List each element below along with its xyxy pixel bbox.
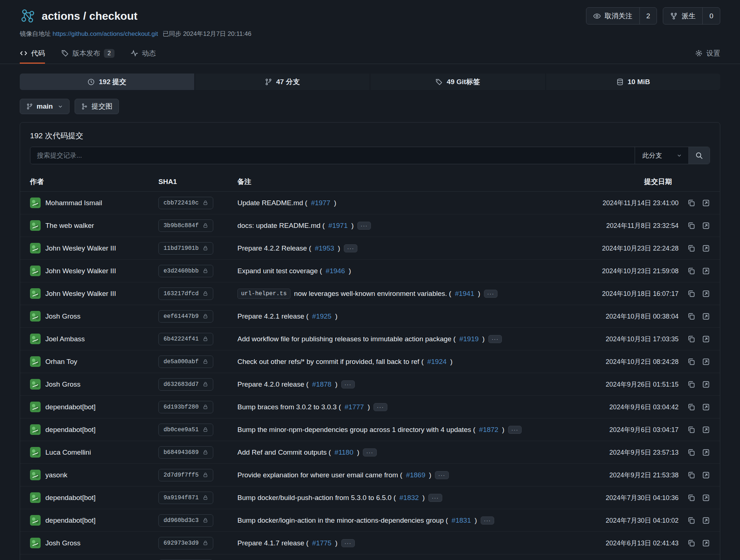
commit-sha-button[interactable]: 692973e3d9: [158, 537, 213, 549]
browse-source-button[interactable]: [702, 426, 710, 434]
copy-sha-button[interactable]: [687, 471, 695, 479]
copy-sha-button[interactable]: [687, 516, 695, 525]
pr-link[interactable]: #1831: [452, 516, 471, 525]
commit-sha-button[interactable]: 2d7d9f7ff5: [158, 469, 213, 481]
copy-sha-button[interactable]: [687, 267, 695, 275]
expand-commit-button[interactable]: ···: [363, 448, 377, 456]
pr-link[interactable]: #1872: [479, 426, 499, 434]
copy-sha-button[interactable]: [687, 335, 695, 343]
fork-count[interactable]: 0: [702, 8, 720, 24]
commit-sha-button[interactable]: de5a000abf: [158, 356, 213, 368]
copy-sha-button[interactable]: [687, 244, 695, 252]
expand-commit-button[interactable]: ···: [341, 539, 355, 547]
commit-sha-button[interactable]: 6d193bf280: [158, 401, 213, 413]
copy-sha-button[interactable]: [687, 539, 695, 547]
browse-source-button[interactable]: [702, 312, 710, 320]
expand-commit-button[interactable]: ···: [484, 290, 498, 298]
avatar[interactable]: [30, 379, 41, 390]
pr-link[interactable]: #1977: [311, 199, 330, 207]
fork-button[interactable]: 派生: [663, 8, 702, 24]
expand-commit-button[interactable]: ···: [373, 403, 387, 411]
expand-commit-button[interactable]: ···: [435, 471, 449, 479]
avatar[interactable]: [30, 266, 41, 276]
pr-link[interactable]: #1775: [312, 539, 331, 547]
author-name[interactable]: John Wesley Walker III: [45, 244, 116, 252]
browse-source-button[interactable]: [702, 539, 710, 547]
branch-selector[interactable]: main: [20, 99, 70, 114]
author-name[interactable]: Mohammad Ismail: [45, 199, 102, 207]
mirror-url-link[interactable]: https://github.com/actions/checkout.git: [53, 30, 158, 37]
author-name[interactable]: Josh Gross: [45, 380, 80, 388]
avatar[interactable]: [30, 402, 41, 412]
author-name[interactable]: Luca Comellini: [45, 448, 91, 456]
commit-sha-button[interactable]: cbb722410c: [158, 197, 213, 209]
stat-commits[interactable]: 192 提交: [20, 74, 194, 90]
browse-source-button[interactable]: [702, 222, 710, 230]
pr-link[interactable]: #1925: [312, 312, 331, 320]
copy-sha-button[interactable]: [687, 312, 695, 320]
watch-count[interactable]: 2: [639, 8, 657, 24]
avatar[interactable]: [30, 492, 41, 503]
commit-sha-button[interactable]: e3d2460bbb: [158, 265, 213, 277]
copy-sha-button[interactable]: [687, 222, 695, 230]
avatar[interactable]: [30, 220, 41, 231]
expand-commit-button[interactable]: ···: [357, 222, 371, 230]
commit-sha-button[interactable]: 6b42224f41: [158, 333, 213, 345]
avatar[interactable]: [30, 515, 41, 526]
branch-scope-select[interactable]: 此分支: [635, 147, 688, 164]
expand-commit-button[interactable]: ···: [481, 516, 495, 525]
browse-source-button[interactable]: [702, 335, 710, 343]
expand-commit-button[interactable]: ···: [344, 244, 358, 252]
pr-link[interactable]: #1919: [459, 335, 479, 343]
author-name[interactable]: dependabot[bot]: [45, 426, 95, 434]
browse-source-button[interactable]: [702, 494, 710, 502]
author-name[interactable]: dependabot[bot]: [45, 403, 95, 411]
expand-commit-button[interactable]: ···: [488, 335, 502, 343]
stat-size[interactable]: 10 MiB: [546, 74, 721, 90]
pr-link[interactable]: #1869: [406, 471, 425, 479]
browse-source-button[interactable]: [702, 516, 710, 525]
avatar[interactable]: [30, 424, 41, 435]
avatar[interactable]: [30, 288, 41, 299]
browse-source-button[interactable]: [702, 290, 710, 298]
expand-commit-button[interactable]: ···: [341, 380, 355, 388]
avatar[interactable]: [30, 470, 41, 480]
copy-sha-button[interactable]: [687, 290, 695, 298]
avatar[interactable]: [30, 311, 41, 322]
author-name[interactable]: dependabot[bot]: [45, 516, 95, 525]
author-name[interactable]: The web walker: [45, 222, 94, 230]
pr-link[interactable]: #1777: [345, 403, 364, 411]
commit-sha-button[interactable]: 11bd71901b: [158, 242, 213, 255]
unwatch-button[interactable]: 取消关注: [586, 8, 639, 24]
commit-search-input[interactable]: [30, 147, 635, 164]
avatar[interactable]: [30, 334, 41, 344]
avatar[interactable]: [30, 198, 41, 208]
tab-settings[interactable]: 设置: [695, 44, 720, 64]
browse-source-button[interactable]: [702, 471, 710, 479]
copy-sha-button[interactable]: [687, 494, 695, 502]
pr-link[interactable]: #1924: [427, 358, 447, 366]
avatar[interactable]: [30, 538, 41, 548]
copy-sha-button[interactable]: [687, 403, 695, 411]
author-name[interactable]: dependabot[bot]: [45, 494, 95, 502]
browse-source-button[interactable]: [702, 403, 710, 411]
author-name[interactable]: John Wesley Walker III: [45, 290, 116, 298]
copy-sha-button[interactable]: [687, 426, 695, 434]
browse-source-button[interactable]: [702, 244, 710, 252]
avatar[interactable]: [30, 243, 41, 253]
pr-link[interactable]: #1946: [326, 267, 345, 275]
author-name[interactable]: Joel Ambass: [45, 335, 85, 343]
commit-sha-button[interactable]: 163217dfcd: [158, 287, 213, 300]
expand-commit-button[interactable]: ···: [508, 426, 522, 434]
browse-source-button[interactable]: [702, 380, 710, 388]
stat-branches[interactable]: 47 分支: [195, 74, 370, 90]
expand-commit-button[interactable]: ···: [428, 494, 442, 502]
pr-link[interactable]: #1832: [399, 494, 419, 502]
author-name[interactable]: Orhan Toy: [45, 358, 77, 366]
stat-tags[interactable]: 49 Git标签: [371, 74, 545, 90]
commit-sha-button[interactable]: b684943689: [158, 446, 213, 459]
commit-sha-button[interactable]: dd960bd3c3: [158, 514, 213, 527]
pr-link[interactable]: #1878: [312, 380, 331, 388]
commit-sha-button[interactable]: d632683dd7: [158, 378, 213, 391]
commit-search-button[interactable]: [688, 147, 710, 164]
